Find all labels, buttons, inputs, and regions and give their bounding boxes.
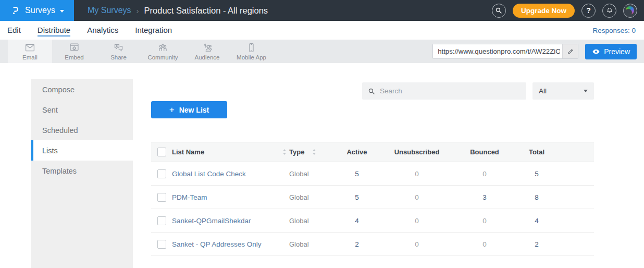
sort-icon[interactable] (313, 149, 316, 155)
email-icon (24, 42, 35, 53)
list-type: Global (289, 193, 309, 201)
tab-distribute[interactable]: Distribute (38, 26, 70, 36)
list-name-link[interactable]: Sanket-QPGmailShekdar (172, 217, 251, 225)
active-count[interactable]: 5 (336, 162, 378, 186)
product-label: Surveys (25, 6, 55, 15)
channel-share[interactable]: Share (96, 40, 141, 63)
list-type: Global (289, 217, 309, 225)
row-checkbox[interactable] (157, 193, 166, 202)
table-row: Global List Code Check Global 5 0 0 5 (151, 162, 594, 186)
bounced-count[interactable]: 3 (456, 186, 513, 209)
preview-label: Preview (604, 47, 630, 56)
column-header-unsubscribed: Unsubscribed (378, 142, 456, 162)
list-name-link[interactable]: Sanket - QP Addresses Only (172, 240, 262, 248)
filter-selected-value: All (539, 87, 547, 95)
channel-mobile-app[interactable]: Mobile App (229, 40, 274, 63)
responses-count[interactable]: Responses: 0 (592, 27, 644, 34)
channel-label: Mobile App (237, 54, 266, 60)
audience-icon (202, 42, 213, 53)
question-mark-icon: ? (586, 6, 591, 15)
active-count[interactable]: 5 (336, 186, 378, 209)
tab-integration[interactable]: Integration (135, 26, 172, 36)
channel-audience[interactable]: Audience (185, 40, 229, 63)
breadcrumb-my-surveys[interactable]: My Surveys (88, 6, 131, 15)
toolbar-right-actions: Preview (432, 40, 644, 63)
breadcrumb: My Surveys › Product Satisfaction - All … (88, 6, 268, 16)
active-count[interactable]: 2 (336, 233, 378, 256)
sort-icon[interactable] (283, 149, 286, 155)
plus-icon: + (169, 105, 175, 114)
list-filter-dropdown[interactable]: All (532, 82, 594, 100)
column-header-total: Total (513, 142, 560, 162)
list-type: Global (289, 170, 309, 178)
unsubscribed-count[interactable]: 0 (378, 186, 456, 209)
channel-label: Email (22, 54, 38, 60)
active-count[interactable]: 4 (336, 209, 378, 233)
channel-community[interactable]: Community (141, 40, 185, 63)
email-lists-table: List Name Type Active Unsubscribed (151, 142, 594, 256)
email-sidebar: Compose Sent Scheduled Lists Templates (31, 79, 133, 268)
new-list-label: New List (179, 106, 209, 114)
sidebar-item-compose[interactable]: Compose (31, 79, 133, 100)
notifications-button[interactable] (602, 4, 616, 18)
upgrade-now-button[interactable]: Upgrade Now (513, 4, 575, 18)
help-button[interactable]: ? (581, 4, 596, 18)
column-header-type: Type (289, 148, 304, 156)
sidebar-item-lists[interactable]: Lists (31, 140, 133, 161)
email-lists-page: Compose Sent Scheduled Lists Templates A… (0, 63, 644, 268)
search-button[interactable] (492, 4, 506, 18)
tab-edit[interactable]: Edit (7, 26, 21, 36)
list-name-link[interactable]: Global List Code Check (172, 170, 246, 178)
preview-button[interactable]: Preview (585, 44, 637, 59)
bounced-count[interactable]: 0 (456, 162, 513, 186)
list-controls-row: All (151, 82, 594, 100)
bounced-count[interactable]: 0 (456, 233, 513, 256)
list-search-box (362, 82, 526, 100)
edit-url-button[interactable] (562, 44, 578, 58)
community-icon (157, 42, 168, 53)
unsubscribed-count[interactable]: 0 (378, 233, 456, 256)
total-count[interactable]: 8 (513, 186, 560, 209)
unsubscribed-count[interactable]: 0 (378, 209, 456, 233)
search-icon (368, 88, 375, 95)
channel-embed[interactable]: Embed (52, 40, 96, 63)
column-header-bounced: Bounced (456, 142, 513, 162)
chevron-down-icon (584, 90, 588, 92)
sidebar-item-templates[interactable]: Templates (31, 161, 133, 181)
lists-main-panel: All + New List Li (133, 79, 612, 268)
total-count[interactable]: 5 (513, 162, 560, 186)
total-count[interactable]: 2 (513, 233, 560, 256)
breadcrumb-current-survey: Product Satisfaction - All regions (144, 6, 268, 16)
search-icon (495, 7, 502, 14)
select-all-checkbox[interactable] (157, 148, 166, 156)
channel-label: Share (110, 54, 127, 60)
column-header-active: Active (336, 142, 378, 162)
user-avatar[interactable] (623, 4, 637, 18)
survey-url-input[interactable] (433, 44, 562, 58)
channel-label: Embed (65, 54, 83, 60)
table-row: Sanket - QP Addresses Only Global 2 0 0 … (151, 233, 594, 256)
new-list-button[interactable]: + New List (151, 101, 227, 118)
total-count[interactable]: 4 (513, 209, 560, 233)
chevron-down-icon (60, 10, 64, 13)
row-checkbox[interactable] (157, 216, 166, 225)
row-checkbox[interactable] (157, 240, 166, 249)
sidebar-item-scheduled[interactable]: Scheduled (31, 120, 133, 140)
unsubscribed-count[interactable]: 0 (378, 162, 456, 186)
bounced-count[interactable]: 0 (456, 209, 513, 233)
search-input[interactable] (380, 87, 521, 95)
row-checkbox[interactable] (157, 169, 166, 178)
top-header-bar: Surveys My Surveys › Product Satisfactio… (0, 0, 644, 21)
list-name-link[interactable]: PDM-Team (172, 193, 207, 201)
channel-email[interactable]: Email (8, 40, 52, 63)
email-section-card: Compose Sent Scheduled Lists Templates A… (31, 79, 612, 268)
questionpro-logo-icon (10, 5, 20, 16)
distribute-channel-toolbar: Email Embed Share Community Audience (0, 40, 644, 63)
breadcrumb-separator: › (137, 6, 139, 15)
embed-icon (69, 42, 80, 53)
list-type: Global (289, 240, 309, 248)
surveys-product-menu[interactable]: Surveys (0, 0, 74, 21)
tab-analytics[interactable]: Analytics (87, 26, 118, 36)
sidebar-item-sent[interactable]: Sent (31, 100, 133, 120)
column-header-list-name: List Name (172, 148, 204, 156)
